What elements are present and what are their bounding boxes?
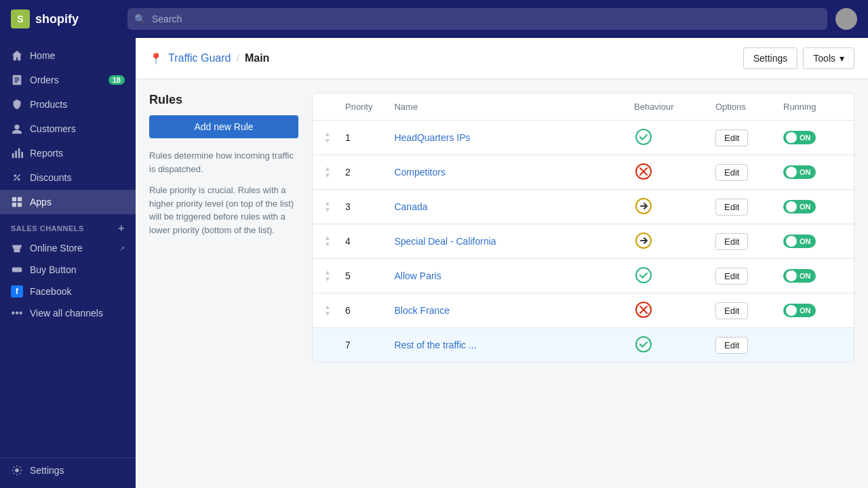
facebook-icon: f [11, 285, 23, 298]
settings-icon [11, 464, 23, 476]
toggle-ball [786, 305, 797, 316]
logo: S shopify [11, 9, 119, 28]
td-priority: 3 [334, 190, 383, 224]
content-area: Rules Add new Rule Rules determine how i… [136, 79, 868, 488]
svg-point-9 [14, 175, 17, 178]
external-link-icon: ↗ [119, 245, 125, 252]
sidebar-item-reports[interactable]: Reports [0, 141, 136, 165]
sort-arrows[interactable]: ▲▼ [323, 304, 332, 317]
toggle-on[interactable]: ON [783, 165, 816, 179]
sort-arrows[interactable]: ▲▼ [323, 200, 332, 214]
chevron-down-icon: ▾ [840, 53, 844, 64]
rules-table-container: Priority Name Behaviour Options Running … [312, 93, 854, 363]
avatar[interactable] [835, 8, 857, 30]
sidebar-item-home[interactable]: Home [0, 43, 136, 68]
arrow-down-icon: ▼ [324, 310, 331, 317]
sidebar-item-online-store[interactable]: Online Store ↗ [0, 237, 136, 259]
breadcrumb-app[interactable]: Traffic Guard [168, 52, 231, 64]
sidebar-item-customers[interactable]: Customers [0, 117, 136, 141]
td-priority: 1 [334, 121, 383, 155]
toggle-on[interactable]: ON [783, 235, 816, 248]
td-running: ON [772, 224, 854, 259]
td-name: Rest of the traffic ... [383, 328, 623, 363]
orders-badge: 18 [108, 75, 125, 85]
breadcrumb-current: Main [245, 52, 269, 64]
td-priority: 5 [334, 259, 383, 293]
edit-button[interactable]: Edit [715, 337, 748, 354]
toggle-on[interactable]: ON [783, 200, 816, 214]
sidebar-item-apps[interactable]: Apps [0, 190, 136, 214]
svg-rect-12 [12, 197, 16, 201]
rule-name-link[interactable]: Rest of the traffic ... [394, 340, 476, 350]
sidebar-item-orders[interactable]: Orders 18 [0, 68, 136, 92]
reports-icon [11, 147, 23, 159]
rule-name-link[interactable]: Block France [394, 305, 450, 316]
td-behaviour [623, 328, 705, 363]
store-icon [11, 242, 23, 254]
sort-arrows[interactable]: ▲▼ [323, 131, 332, 144]
table-row: ▲▼ 1 HeadQuarters IPs Edit ON [313, 121, 854, 155]
td-name: Block France [383, 293, 623, 328]
sort-arrows[interactable]: ▲▼ [323, 235, 332, 248]
toggle-on[interactable]: ON [783, 269, 816, 283]
edit-button[interactable]: Edit [715, 268, 748, 285]
rule-name-link[interactable]: HeadQuarters IPs [394, 132, 470, 143]
sidebar-item-products[interactable]: Products [0, 92, 136, 117]
table-row: ▲▼ 2 Competitors Edit ON [313, 155, 854, 190]
toggle-on[interactable]: ON [783, 304, 816, 317]
td-sort: ▲▼ [313, 155, 334, 190]
td-running: ON [772, 121, 854, 155]
td-options: Edit [705, 190, 772, 224]
arrow-down-icon: ▼ [324, 276, 331, 283]
sales-channels-header: SALES CHANNELS + [0, 214, 136, 237]
edit-button[interactable]: Edit [715, 199, 748, 216]
td-behaviour [623, 293, 705, 328]
svg-rect-5 [12, 153, 14, 158]
block-icon [634, 300, 653, 319]
search-input[interactable] [127, 8, 827, 30]
sidebar-item-discounts[interactable]: Discounts [0, 165, 136, 190]
orders-icon [11, 74, 23, 86]
breadcrumb: 📍 Traffic Guard / Main [149, 52, 269, 65]
rule-name-link[interactable]: Canada [394, 201, 427, 212]
toggle-on[interactable]: ON [783, 131, 816, 144]
sort-arrows[interactable]: ▲▼ [323, 269, 332, 283]
tools-button[interactable]: Tools ▾ [803, 47, 854, 69]
td-priority: 2 [334, 155, 383, 190]
add-channel-icon[interactable]: + [118, 222, 125, 235]
edit-button[interactable]: Edit [715, 164, 748, 181]
rules-title: Rules [149, 93, 298, 107]
sidebar-item-facebook[interactable]: f Facebook [0, 281, 136, 302]
rule-name-link[interactable]: Competitors [394, 167, 445, 178]
sidebar-settings[interactable]: Settings [0, 458, 136, 483]
sidebar-item-view-all-channels[interactable]: ••• View all channels [0, 302, 136, 324]
svg-rect-6 [15, 150, 17, 158]
rules-table: Priority Name Behaviour Options Running … [313, 94, 854, 362]
table-row: ▲▼ 5 Allow Paris Edit ON [313, 259, 854, 293]
main-content: 📍 Traffic Guard / Main Settings Tools ▾ … [136, 38, 868, 488]
edit-button[interactable]: Edit [715, 233, 748, 250]
table-row: ▲▼ 3 Canada Edit ON [313, 190, 854, 224]
redirect-icon [634, 197, 653, 216]
svg-point-25 [636, 268, 651, 283]
redirect-icon [634, 231, 653, 250]
rules-desc-2: Rule priority is crucial. Rules with a h… [149, 184, 298, 237]
rule-name-link[interactable]: Special Deal - California [394, 236, 496, 247]
rules-sidebar: Rules Add new Rule Rules determine how i… [149, 93, 298, 474]
edit-button[interactable]: Edit [715, 302, 748, 319]
products-icon [11, 98, 23, 110]
sidebar-item-buy-button[interactable]: Buy Button [0, 259, 136, 281]
arrow-down-icon: ▼ [324, 241, 331, 248]
svg-rect-13 [18, 197, 22, 201]
td-sort: ▲▼ [313, 190, 334, 224]
add-rule-button[interactable]: Add new Rule [149, 115, 298, 138]
sort-arrows[interactable]: ▲▼ [323, 165, 332, 179]
th-behaviour: Behaviour [623, 94, 705, 121]
settings-button[interactable]: Settings [743, 47, 798, 69]
edit-button[interactable]: Edit [715, 129, 748, 146]
th-running: Running [772, 94, 854, 121]
td-priority: 7 [334, 328, 383, 363]
logo-text: shopify [35, 12, 79, 26]
rule-name-link[interactable]: Allow Paris [394, 270, 441, 281]
td-running: ON [772, 259, 854, 293]
